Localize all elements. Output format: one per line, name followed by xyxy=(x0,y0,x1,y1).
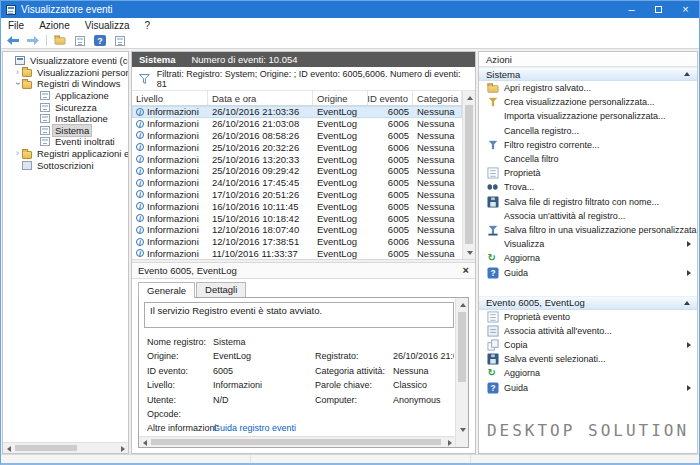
show-console-tree-icon[interactable] xyxy=(53,34,67,47)
scroll-left-icon[interactable] xyxy=(3,443,14,454)
detail-vertical-scrollbar[interactable] xyxy=(455,298,468,447)
tab[interactable]: Dettagli xyxy=(196,282,246,298)
minimize-button[interactable]: – xyxy=(618,1,645,18)
tree-item[interactable]: Visualizzazioni personalizzate xyxy=(3,67,128,79)
scrollbar-thumb[interactable] xyxy=(15,445,77,451)
event-table: Livello Data e ora Origine ID evento Cat… xyxy=(132,91,475,259)
collapse-section-icon[interactable] xyxy=(684,301,690,305)
forward-icon[interactable] xyxy=(26,34,40,47)
action-item[interactable]: Guida xyxy=(479,381,697,395)
event-row[interactable]: Informazioni 12/10/2016 18:07:40 EventLo… xyxy=(132,224,462,236)
action-item[interactable]: Copia xyxy=(479,338,697,352)
event-id: 6005 xyxy=(368,224,413,236)
actions-section-header[interactable]: Evento 6005, EventLog xyxy=(479,296,697,310)
no-icon xyxy=(487,239,498,250)
event-row[interactable]: Informazioni 12/10/2016 17:38:51 EventLo… xyxy=(132,236,462,248)
column-header-event-id[interactable]: ID evento xyxy=(368,91,413,105)
event-row[interactable]: Informazioni 17/10/2016 20:51:26 EventLo… xyxy=(132,189,462,201)
tree-expander-icon[interactable] xyxy=(13,79,22,88)
detail-horizontal-scrollbar[interactable] xyxy=(139,436,455,447)
detail-field-row: Origine: EventLog Registrato: 26/10/2016… xyxy=(147,350,454,363)
action-item[interactable]: Visualizza xyxy=(479,237,697,251)
action-item[interactable]: Crea visualizzazione personalizzata... xyxy=(479,95,697,109)
scroll-up-icon[interactable] xyxy=(456,298,469,311)
column-header-date[interactable]: Data e ora xyxy=(208,91,313,105)
action-item[interactable]: Filtro registro corrente... xyxy=(479,138,697,152)
event-row[interactable]: Informazioni 25/10/2016 13:20:33 EventLo… xyxy=(132,153,462,165)
tree-item-label: Visualizzatore eventi (computer xyxy=(28,55,128,66)
menu-item[interactable]: Visualizza xyxy=(85,20,130,31)
scroll-down-icon[interactable] xyxy=(463,246,476,259)
menu-item[interactable]: File xyxy=(8,20,24,31)
tree-item[interactable]: Registri di Windows xyxy=(3,78,128,90)
event-row[interactable]: Informazioni 26/10/2016 21:03:36 EventLo… xyxy=(132,106,462,118)
back-icon[interactable] xyxy=(6,34,20,47)
help-icon[interactable] xyxy=(93,34,107,47)
menu-item[interactable]: ? xyxy=(145,20,151,31)
column-header-category[interactable]: Categoria a... xyxy=(413,91,462,105)
event-row[interactable]: Informazioni 26/10/2016 08:58:26 EventLo… xyxy=(132,130,462,142)
tree-item[interactable]: Installazione xyxy=(3,113,128,125)
collapse-section-icon[interactable] xyxy=(684,72,690,76)
tree-expander-icon[interactable] xyxy=(13,68,22,77)
action-item[interactable]: Associa un'attività al registro... xyxy=(479,209,697,223)
scroll-right-icon[interactable] xyxy=(117,443,128,454)
action-item[interactable]: Cancella filtro xyxy=(479,152,697,166)
titlebar[interactable]: Visualizzatore eventi – × xyxy=(1,1,699,18)
tree-item[interactable]: Sicurezza xyxy=(3,101,128,113)
tree-item[interactable]: Sottoscrizioni xyxy=(3,159,128,171)
action-item[interactable]: Guida xyxy=(479,265,697,279)
action-item[interactable]: Cancella registro... xyxy=(479,124,697,138)
column-header-level[interactable]: Livello xyxy=(132,91,208,105)
information-level-icon xyxy=(136,179,144,187)
scrollbar-thumb[interactable] xyxy=(458,312,466,382)
close-icon[interactable]: × xyxy=(463,265,469,276)
tree-expander-icon[interactable] xyxy=(13,149,22,158)
scroll-up-icon[interactable] xyxy=(463,91,476,104)
scroll-right-icon[interactable] xyxy=(444,437,455,448)
console-tree-panel: Visualizzatore eventi (computer Visualiz… xyxy=(2,51,129,454)
scrollbar-thumb[interactable] xyxy=(465,105,473,244)
actions-section-header[interactable]: Sistema xyxy=(479,67,697,81)
event-row[interactable]: Informazioni 26/10/2016 21:03:08 EventLo… xyxy=(132,118,462,130)
action-item[interactable]: Apri registro salvato... xyxy=(479,81,697,95)
scroll-left-icon[interactable] xyxy=(139,437,150,448)
action-item[interactable]: Proprietà xyxy=(479,166,697,180)
maximize-button[interactable] xyxy=(645,1,672,18)
action-item[interactable]: Importa visualizzazione personalizzata..… xyxy=(479,109,697,123)
tree-item[interactable]: Applicazione xyxy=(3,90,128,102)
console-window-icon[interactable] xyxy=(73,34,87,47)
action-item[interactable]: Trova... xyxy=(479,180,697,194)
tree-horizontal-scrollbar[interactable] xyxy=(3,442,128,453)
close-button[interactable]: × xyxy=(672,1,699,18)
tab[interactable]: Generale xyxy=(138,282,195,298)
action-item[interactable]: Proprietà evento xyxy=(479,310,697,324)
console-tree: Visualizzatore eventi (computer Visualiz… xyxy=(3,55,128,171)
field-value[interactable]: Guida registro eventi xyxy=(213,423,313,433)
action-item[interactable]: Salva eventi selezionati... xyxy=(479,352,697,366)
console-properties-icon[interactable] xyxy=(113,34,127,47)
event-row[interactable]: Informazioni 15/10/2016 10:18:42 EventLo… xyxy=(132,212,462,224)
tree-item[interactable]: Registri applicazioni e servizi xyxy=(3,148,128,160)
action-item[interactable]: Salva file di registro filtrato con nome… xyxy=(479,195,697,209)
event-row[interactable]: Informazioni 24/10/2016 17:45:45 EventLo… xyxy=(132,177,462,189)
menu-item[interactable]: Azione xyxy=(39,20,70,31)
main-content: Visualizzatore eventi (computer Visualiz… xyxy=(1,49,699,454)
event-level: Informazioni xyxy=(147,142,199,153)
tree-item[interactable]: Visualizzatore eventi (computer xyxy=(3,55,128,67)
event-category: Nessuna xyxy=(413,236,462,248)
event-row[interactable]: Informazioni 25/10/2016 20:32:26 EventLo… xyxy=(132,141,462,153)
event-row[interactable]: Informazioni 16/10/2016 10:11:45 EventLo… xyxy=(132,200,462,212)
action-item[interactable]: Salva filtro in una visualizzazione pers… xyxy=(479,223,697,237)
column-header-source[interactable]: Origine xyxy=(313,91,368,105)
event-row[interactable]: Informazioni 11/10/2016 11:33:37 EventLo… xyxy=(132,248,462,260)
tree-item[interactable]: Eventi inoltrati xyxy=(3,136,128,148)
table-vertical-scrollbar[interactable] xyxy=(462,91,475,259)
action-item[interactable]: Aggiorna xyxy=(479,251,697,265)
tree-item[interactable]: Sistema xyxy=(3,125,128,137)
scrollbar-thumb[interactable] xyxy=(151,439,441,445)
action-item[interactable]: Associa attività all'evento... xyxy=(479,324,697,338)
event-row[interactable]: Informazioni 25/10/2016 09:29:42 EventLo… xyxy=(132,165,462,177)
action-item[interactable]: Aggiorna xyxy=(479,366,697,380)
scroll-down-icon[interactable] xyxy=(456,423,469,436)
